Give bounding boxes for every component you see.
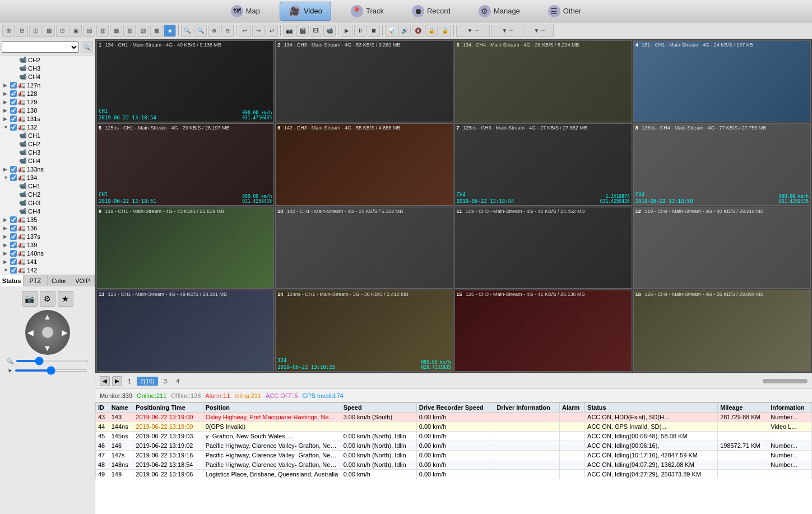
tb-expand[interactable]: ⊕ <box>208 25 220 37</box>
tree-132-ch4[interactable]: 📹 CH4 <box>0 156 95 165</box>
tree-132[interactable]: ▼ 🚛 132 <box>0 123 95 131</box>
tb-vol-up[interactable]: 🔊 <box>398 25 411 37</box>
135-cb[interactable] <box>10 216 17 223</box>
tb-grid-2[interactable]: ⊟ <box>16 25 28 37</box>
table-row[interactable]: 47147s2019-06-22 13:19:16Pacific Highway… <box>96 451 812 460</box>
video-cell-10[interactable]: 10 142 - CH1 - Main-Stream - 4G - 23 KB/… <box>275 207 453 289</box>
tb-record[interactable]: 🎬 <box>296 25 309 37</box>
ctrl-snapshot-btn[interactable]: 📷 <box>22 291 38 307</box>
tb-cam[interactable]: 📹 <box>323 25 336 37</box>
video-cell-15[interactable]: 15 126 - CH3 - Main-Stream - 4G - 41 KB/… <box>454 290 632 372</box>
tree-128[interactable]: ▶ 🚛 128 <box>0 89 95 98</box>
tb-stop[interactable]: ⏹ <box>368 25 380 37</box>
tb-grid-13[interactable]: ■ <box>164 25 176 37</box>
tb-collapse[interactable]: ⊖ <box>221 25 234 37</box>
tb-dropdown-1[interactable]: ▼ ··· <box>456 25 490 37</box>
video-cell-16[interactable]: 16 126 - CH4 - Main-Stream - 4G - 26 KB/… <box>633 290 811 372</box>
tb-fit[interactable]: ↩ <box>239 25 251 37</box>
tb-zoom-in[interactable]: 🔍 <box>181 25 193 37</box>
tb-dropdown-3[interactable]: ▼ ··· <box>526 25 554 37</box>
132-cb[interactable] <box>10 124 17 131</box>
video-cell-2[interactable]: 2 134 - CH3 - Main-Stream - 4G - 53 KB/S… <box>275 40 453 122</box>
tree-132-ch1[interactable]: 📹 CH1 <box>0 131 95 140</box>
table-row[interactable]: 44144ns2019-06-22 13:19:000(GPS Invalid)… <box>96 422 812 432</box>
nav-other[interactable]: ☰ Other <box>540 2 590 20</box>
page-next-btn[interactable]: ▶ <box>112 376 122 386</box>
table-row[interactable]: 461462019-06-22 13:19:02Pacific Highway,… <box>96 441 812 451</box>
page-prev-btn[interactable]: ◀ <box>100 376 110 386</box>
tb-stats[interactable]: 📊 <box>385 25 397 37</box>
brightness-slider[interactable] <box>15 369 87 372</box>
nav-track[interactable]: 📍 Track <box>342 2 392 20</box>
tb-swap[interactable]: ⇄ <box>266 25 278 37</box>
table-row[interactable]: 45145ns2019-06-22 13:19:03y- Grafton, Ne… <box>96 432 812 441</box>
table-row[interactable]: 491492019-06-22 13:19:06Logistics Place,… <box>96 470 812 479</box>
tb-grid-8[interactable]: ▥ <box>96 25 109 37</box>
tb-grid-9[interactable]: ▦ <box>110 25 122 37</box>
tree-136[interactable]: ▶ 🚛 136 <box>0 224 95 232</box>
nav-record[interactable]: ⏺ Record <box>403 2 459 20</box>
tb-lock[interactable]: 🔒 <box>425 25 438 37</box>
tree-134[interactable]: ▼ 🚛 134 <box>0 173 95 182</box>
tree-127n[interactable]: ▶ 🚛 127n <box>0 81 95 89</box>
video-cell-11[interactable]: 11 119 - CH3 - Main-Stream - 4G - 42 KB/… <box>454 207 632 289</box>
video-cell-1[interactable]: 1 134 - CH1 - Main-Stream - 4G - 40 KB/S… <box>96 40 274 122</box>
zoom-slider[interactable] <box>16 360 89 362</box>
video-cell-7[interactable]: 7 125ns - CH3 - Main-Stream - 4G - 27 KB… <box>454 123 632 205</box>
tree-140ns[interactable]: ▶ 🚛 140ns <box>0 249 95 257</box>
tree-141[interactable]: ▶ 🚛 141 <box>0 257 95 266</box>
tb-vol-dn[interactable]: 🔇 <box>412 25 424 37</box>
video-cell-13[interactable]: 13 126 - CH1 - Main-Stream - 4G - 49 KB/… <box>96 290 274 372</box>
page-1[interactable]: 1 <box>124 377 134 386</box>
tb-grid-4[interactable]: ▦ <box>43 25 55 37</box>
table-scroll[interactable]: ID Name Positioning Time Position Speed … <box>95 402 812 514</box>
video-cell-6[interactable]: 6 142 - CH3 - Main-Stream - 4G - 55 KB/S… <box>275 123 453 205</box>
133ns-cb[interactable] <box>10 166 17 173</box>
139-cb[interactable] <box>10 242 17 248</box>
nav-video[interactable]: 🎥 Video <box>280 2 331 21</box>
tree-137s[interactable]: ▶ 🚛 137s <box>0 232 95 240</box>
video-cell-9[interactable]: 9 119 - CH1 - Main-Stream - 4G - 43 KB/S… <box>96 207 274 289</box>
ctrl-settings-btn[interactable]: ⚙ <box>40 291 55 307</box>
tab-ptz[interactable]: PTZ <box>24 275 47 286</box>
137s-cb[interactable] <box>10 233 17 240</box>
tb-grid-6[interactable]: ▣ <box>69 25 82 37</box>
tb-unlock[interactable]: 🔓 <box>439 25 451 37</box>
tb-play[interactable]: ▶ <box>341 25 353 37</box>
tree-ch3-top[interactable]: 📹 CH3 <box>0 64 95 72</box>
ptz-center-btn[interactable] <box>42 327 53 338</box>
tree-139[interactable]: ▶ 🚛 139 <box>0 240 95 249</box>
tab-voip[interactable]: VOIP <box>71 275 95 286</box>
tb-grid-5[interactable]: ⊡ <box>56 25 68 37</box>
tree-129[interactable]: ▶ 🚛 129 <box>0 98 95 106</box>
tree-131s[interactable]: ▶ 🚛 131s <box>0 114 95 123</box>
video-cell-8[interactable]: 8 125ns - CH4 - Main-Stream - 4G - 77 KB… <box>633 123 811 205</box>
video-cell-5[interactable]: 5 125ns - CH1 - Main-Stream - 4G - 29 KB… <box>96 123 274 205</box>
sidebar-filter-select[interactable] <box>2 41 79 53</box>
nav-map[interactable]: 🗺 Map <box>222 2 268 20</box>
tb-grid-7[interactable]: ▤ <box>83 25 95 37</box>
131s-cb[interactable] <box>10 115 17 122</box>
tree-133ns[interactable]: ▶ 🚛 133ns <box>0 165 95 173</box>
tree-132-ch2[interactable]: 📹 CH2 <box>0 140 95 148</box>
tb-grid-3[interactable]: ◫ <box>29 25 41 37</box>
128-cb[interactable] <box>10 90 17 97</box>
page-2[interactable]: 2(16) <box>137 377 158 386</box>
nav-manage[interactable]: ⚙ Manage <box>470 2 528 20</box>
tree-134-ch2[interactable]: 📹 CH2 <box>0 190 95 198</box>
tree-ch4-top[interactable]: 📹 CH4 <box>0 72 95 81</box>
tree-132-ch3[interactable]: 📹 CH3 <box>0 148 95 156</box>
tree-135[interactable]: ▶ 🚛 135 <box>0 215 95 224</box>
video-cell-3[interactable]: 3 134 - CH4 - Main-Stream - 4G - 26 KB/S… <box>454 40 632 122</box>
tab-color[interactable]: Color <box>48 275 71 286</box>
video-cell-4[interactable]: 4 151 - CH1 - Main-Stream - 4G - 24 KB/S… <box>633 40 811 122</box>
ctrl-star-btn[interactable]: ★ <box>58 291 73 307</box>
sidebar-search-btn[interactable]: 🔍 <box>81 41 93 53</box>
tb-dropdown-2[interactable]: ▼ ··· <box>491 25 525 37</box>
tree-130[interactable]: ▶ 🚛 130 <box>0 106 95 114</box>
page-4[interactable]: 4 <box>173 377 183 386</box>
134-cb[interactable] <box>10 174 17 181</box>
136-cb[interactable] <box>10 225 17 231</box>
tb-grid-1[interactable]: ⊞ <box>2 25 15 37</box>
140ns-cb[interactable] <box>10 250 17 257</box>
